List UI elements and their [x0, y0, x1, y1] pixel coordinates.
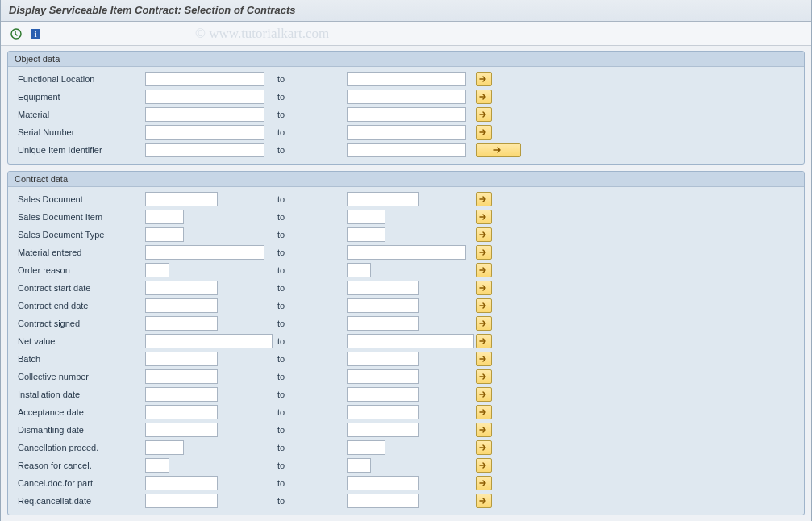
multiple-selection-button[interactable] [476, 334, 492, 348]
cancellation-proced-from-input[interactable] [145, 440, 184, 455]
contract-start-date-from-input[interactable] [145, 281, 218, 295]
multiple-selection-button[interactable] [476, 263, 492, 277]
material-from-input[interactable] [145, 107, 264, 122]
to-label: to [273, 212, 347, 222]
sales-document-from-input[interactable] [145, 192, 218, 206]
to-label: to [273, 230, 347, 240]
installation-date-to-input[interactable] [347, 387, 419, 402]
material-to-input[interactable] [347, 107, 466, 122]
acceptance-date-to-input[interactable] [347, 405, 419, 419]
functional-location-from-input[interactable] [145, 72, 264, 86]
multiple-selection-button[interactable] [476, 192, 492, 206]
to-label: to [273, 425, 347, 435]
net-value-to-input[interactable] [347, 334, 474, 348]
reason-for-cancel-to-input[interactable] [347, 458, 371, 473]
multiple-selection-button[interactable] [476, 476, 492, 490]
row-acceptance-date: Acceptance date to [15, 403, 797, 421]
to-label: to [273, 301, 347, 311]
functional-location-to-input[interactable] [347, 72, 466, 86]
info-icon[interactable]: i [28, 27, 43, 41]
reason-for-cancel-from-input[interactable] [145, 458, 169, 473]
multiple-selection-button[interactable] [476, 125, 492, 140]
to-label: to [273, 478, 347, 488]
order-reason-from-input[interactable] [145, 263, 169, 277]
multiple-selection-button[interactable] [476, 440, 492, 455]
multiple-selection-button[interactable] [476, 227, 492, 242]
row-material-entered: Material entered to [15, 244, 797, 261]
multiple-selection-button[interactable] [476, 423, 492, 437]
object-data-title: Object data [8, 52, 804, 67]
label-collective-number: Collective number [15, 372, 145, 381]
unique-item-identifier-to-input[interactable] [347, 143, 466, 157]
cancel-doc-for-part-to-input[interactable] [347, 476, 419, 490]
cancel-doc-for-part-from-input[interactable] [145, 476, 218, 490]
multiple-selection-button[interactable] [476, 90, 492, 104]
dismantling-date-from-input[interactable] [145, 423, 218, 437]
order-reason-to-input[interactable] [347, 263, 371, 277]
label-material: Material [15, 110, 145, 119]
contract-start-date-to-input[interactable] [347, 281, 419, 295]
label-acceptance-date: Acceptance date [15, 407, 145, 417]
multiple-selection-button[interactable] [476, 494, 492, 508]
req-cancellat-date-to-input[interactable] [347, 494, 419, 508]
multiple-selection-button[interactable] [476, 143, 521, 157]
to-label: to [273, 407, 347, 417]
material-entered-from-input[interactable] [145, 245, 264, 260]
multiple-selection-button[interactable] [476, 298, 492, 313]
collective-number-from-input[interactable] [145, 369, 218, 384]
row-dismantling-date: Dismantling date to [15, 421, 797, 439]
contract-end-date-from-input[interactable] [145, 298, 218, 313]
label-req-cancellat-date: Req.cancellat.date [15, 496, 145, 506]
req-cancellat-date-from-input[interactable] [145, 494, 218, 508]
multiple-selection-button[interactable] [476, 369, 492, 384]
sales-document-type-to-input[interactable] [347, 227, 385, 242]
collective-number-to-input[interactable] [347, 369, 419, 384]
row-cancellation-proced: Cancellation proced. to [15, 439, 797, 456]
contract-signed-from-input[interactable] [145, 316, 218, 331]
toolbar: i [1, 22, 811, 46]
batch-from-input[interactable] [145, 352, 218, 366]
batch-to-input[interactable] [347, 352, 419, 366]
multiple-selection-button[interactable] [476, 352, 492, 366]
label-functional-location: Functional Location [15, 74, 145, 84]
acceptance-date-from-input[interactable] [145, 405, 218, 419]
label-cancellation-proced: Cancellation proced. [15, 443, 145, 452]
multiple-selection-button[interactable] [476, 72, 492, 86]
multiple-selection-button[interactable] [476, 281, 492, 295]
to-label: to [273, 354, 347, 364]
label-sales-document-item: Sales Document Item [15, 212, 145, 222]
multiple-selection-button[interactable] [476, 107, 492, 122]
net-value-from-input[interactable] [145, 334, 273, 348]
multiple-selection-button[interactable] [476, 458, 492, 473]
serial-number-to-input[interactable] [347, 125, 466, 140]
multiple-selection-button[interactable] [476, 210, 492, 224]
equipment-from-input[interactable] [145, 90, 264, 104]
row-cancel-doc-for-part: Cancel.doc.for part. to [15, 474, 797, 492]
cancellation-proced-to-input[interactable] [347, 440, 385, 455]
sales-document-item-to-input[interactable] [347, 210, 385, 224]
contract-end-date-to-input[interactable] [347, 298, 419, 313]
multiple-selection-button[interactable] [476, 245, 492, 260]
equipment-to-input[interactable] [347, 90, 466, 104]
multiple-selection-button[interactable] [476, 405, 492, 419]
sales-document-type-from-input[interactable] [145, 227, 184, 242]
execute-icon[interactable] [9, 27, 23, 41]
material-entered-to-input[interactable] [347, 245, 466, 260]
contract-signed-to-input[interactable] [347, 316, 419, 331]
page-title: Display Serviceable Item Contract: Selec… [1, 0, 811, 22]
sales-document-to-input[interactable] [347, 192, 419, 206]
dismantling-date-to-input[interactable] [347, 423, 419, 437]
svg-text:i: i [34, 29, 36, 39]
label-contract-end-date: Contract end date [15, 301, 145, 311]
serial-number-from-input[interactable] [145, 125, 264, 140]
row-equipment: Equipment to [15, 88, 797, 106]
multiple-selection-button[interactable] [476, 316, 492, 331]
row-sales-document-type: Sales Document Type to [15, 226, 797, 244]
sales-document-item-from-input[interactable] [145, 210, 184, 224]
label-contract-start-date: Contract start date [15, 283, 145, 293]
multiple-selection-button[interactable] [476, 387, 492, 402]
label-unique-item-identifier: Unique Item Identifier [15, 145, 145, 155]
installation-date-from-input[interactable] [145, 387, 218, 402]
label-batch: Batch [15, 354, 145, 364]
unique-item-identifier-from-input[interactable] [145, 143, 264, 157]
